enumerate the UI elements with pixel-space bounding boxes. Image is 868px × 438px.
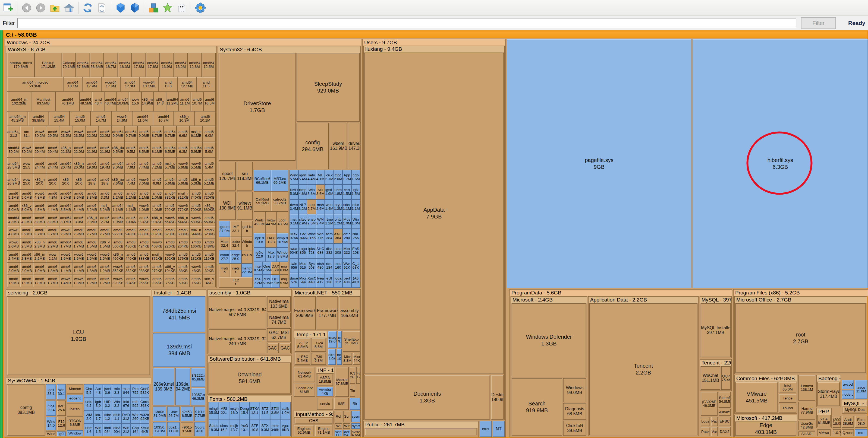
cell-amd64[interactable]: amd6417.6M (146, 53, 160, 77)
section-header-inputmethod[interactable]: InputMethod - 93.4 (294, 411, 333, 418)
cell-bhtv[interactable]: bhtv1.2M (334, 214, 343, 229)
cell-lcu[interactable]: LCU1.9GB (7, 296, 150, 375)
cell-amd64[interactable]: amd6456.3MB (90, 53, 104, 77)
cell-stka[interactable]: STKA12.1 (250, 402, 260, 419)
cell-x86-v[interactable]: x86_v1.5MB (98, 238, 111, 250)
cell-amd64[interactable]: amd641.0MB (111, 214, 124, 226)
cell-amd6[interactable]: amd67.4M (124, 174, 137, 190)
cell-var[interactable]: Var (711, 427, 717, 436)
cell-amd64[interactable]: amd641.7MB (59, 238, 72, 250)
cell-pac[interactable]: Pac (711, 417, 717, 426)
cell-fo[interactable]: Fo12. (356, 367, 360, 384)
cell-msr[interactable]: msr6.0M (280, 262, 288, 275)
cell-amd6[interactable]: amd63.0M (72, 214, 85, 226)
filter-button[interactable]: Filter (801, 18, 836, 29)
cell-3f3222-r[interactable]: 3f3222.r65.8MB (191, 368, 205, 387)
cell-amd64[interactable]: amd6467.6MB (76, 53, 90, 77)
cell-sys[interactable]: Sys508 (307, 258, 316, 273)
cell-alibab[interactable]: Alibab: (719, 409, 731, 416)
cell-amd64[interactable]: amd6430.2M (7, 142, 20, 158)
cell-amd6[interactable]: amd619.6M (85, 158, 98, 174)
cell-wow6[interactable]: wow614.6M (111, 111, 132, 126)
cell-win[interactable]: Win3.2 (112, 397, 121, 410)
cell-sims[interactable]: sims16.2 (219, 419, 229, 436)
cell-amd6[interactable]: amd610.7M (191, 92, 204, 111)
cell-msil-s[interactable]: msil_s5.7MB (163, 158, 177, 174)
cell-amd64-micro[interactable]: amd64_micro179.6MB (7, 53, 34, 77)
cell-acm[interactable]: acm384 (325, 229, 334, 243)
cell-igd11d[interactable]: igd11d:b (242, 221, 253, 237)
cell-f12[interactable]: F12t (219, 277, 253, 288)
cell-amd6[interactable]: amd62.7MB (98, 226, 111, 238)
section-header-pd-microsoft[interactable]: Microsoft - 2.4GB (511, 297, 587, 303)
cell-x86[interactable]: x86_14.8 (154, 92, 166, 111)
cell-wow6[interactable]: wow61.5MB (98, 250, 111, 263)
cell-wow6[interactable]: wow6664KB (163, 214, 177, 226)
cell-wir[interactable]: Wir (343, 423, 350, 429)
section-header-php[interactable]: PHP - 1 (817, 408, 831, 415)
cell-mfh[interactable]: mfh592 (131, 397, 140, 410)
cell-amd64[interactable]: amd6413.9M (160, 53, 174, 77)
home-icon[interactable] (63, 2, 75, 14)
cell-efsc[interactable]: efsc1.1M (351, 199, 361, 214)
section-header-mysql-124[interactable]: MySQL - 124 (842, 400, 867, 407)
cell-amd6[interactable]: amd65.4M (203, 158, 216, 174)
cell-amd6[interactable]: amd622.0M (72, 142, 85, 158)
cell-mus[interactable]: Mus616 (299, 258, 307, 273)
cell-mo[interactable]: mo: (855, 429, 867, 436)
cell-vmwa[interactable]: VMwa (817, 429, 831, 436)
section-header-fonts[interactable]: Fonts - 560.2MB (208, 396, 291, 402)
cell-logs[interactable]: Logs (701, 417, 710, 426)
cell-msil-r[interactable]: msil_r372KB (151, 250, 163, 263)
cell-x86-r[interactable]: x86_r10.3M (174, 111, 195, 126)
cell-ole3[interactable]: ole3904 (112, 423, 121, 436)
cell-amd6[interactable]: amd64.4MB (46, 202, 59, 214)
section-header-windows[interactable]: Windows - 24.2GB (5, 39, 361, 46)
cell-igd1[interactable]: igd133.1 (46, 384, 56, 400)
cell-amd6[interactable]: amd6176KB (177, 250, 190, 263)
cell-msil-r[interactable]: msil_r812KB (177, 190, 190, 202)
cell-es-e[interactable]: es-E364 (334, 229, 343, 243)
cell-msn[interactable]: msn844 (121, 384, 131, 397)
cell-1-0-70[interactable]: 1.0.70 (833, 429, 841, 436)
cell-amd6[interactable]: amd61.2MB (85, 275, 98, 287)
cell-assembly[interactable]: assembly165.6MB (339, 296, 360, 330)
cell-calib[interactable]: calib1.0M (280, 402, 290, 419)
cell-mshtml[interactable]: mshtml22.3MB (242, 264, 253, 277)
cell-ae12[interactable]: _AE125.8MB (295, 338, 310, 352)
cell-amd6[interactable]: amd69.5M (124, 142, 137, 158)
cell-one[interactable]: One29.4 (46, 401, 56, 416)
cell-amd6[interactable]: amd66.3M (177, 142, 190, 158)
cell-amd6[interactable]: amd61.8MB (33, 275, 46, 287)
cell-windov[interactable]: Windovb (242, 237, 253, 250)
cell-amd6[interactable]: amd6480KB (124, 238, 137, 250)
cell-spool[interactable]: spool126.7MB (219, 162, 236, 191)
cell-amd6[interactable]: amd688KB (177, 263, 190, 275)
cell-nativeima[interactable]: NativeIma74.7MB (267, 313, 290, 327)
cell-windows-defender[interactable]: Windows Defender1.3GB (512, 303, 586, 377)
cell-10357-n[interactable]: 10357.n46.3MB (191, 388, 205, 405)
cell-x86-du[interactable]: x86_du9.5MB (111, 142, 124, 158)
cell-xaudio2[interactable]: XAudio24KB (140, 423, 149, 436)
cell-audi[interactable]: Audi38.6M (842, 416, 854, 428)
cell-x86-n[interactable]: x86_n20.0M (72, 158, 85, 174)
cell-wechat[interactable]: WeChat151.1MB (701, 366, 720, 390)
cell-desktop[interactable]: Desktop140.9M (491, 375, 503, 419)
cell-wow6[interactable]: wow62.9MB (59, 226, 72, 238)
folder-up-icon[interactable] (49, 2, 61, 14)
cell-sleepstudy[interactable]: SleepStudy929.0MB (297, 53, 360, 122)
cell-wow6[interactable]: wow61.6MB (72, 250, 85, 263)
cell-amd6[interactable]: amd62.5MB (20, 238, 33, 250)
cell-x86-v[interactable]: x86_v4KB (203, 275, 216, 287)
cell-hydr[interactable]: Hydrb (219, 264, 230, 277)
cell-rcores6[interactable]: RCoRes669.1MB (254, 170, 271, 191)
cell-amd6[interactable]: amd616KB (190, 275, 203, 287)
cell-gfx[interactable]: Gfx944K (299, 229, 307, 243)
cell-avco[interactable]: avco11.0M (855, 380, 867, 399)
cell-amd6[interactable]: amd61.4MB (72, 263, 85, 275)
cell-x86-r[interactable]: x86_r680KB (203, 202, 216, 214)
back-icon[interactable] (20, 2, 33, 14)
cell-servic[interactable]: servic (317, 398, 333, 410)
cell-amd6[interactable]: amd62.7M (98, 214, 111, 226)
cell-amd64[interactable]: amd6412.5M (202, 53, 216, 77)
